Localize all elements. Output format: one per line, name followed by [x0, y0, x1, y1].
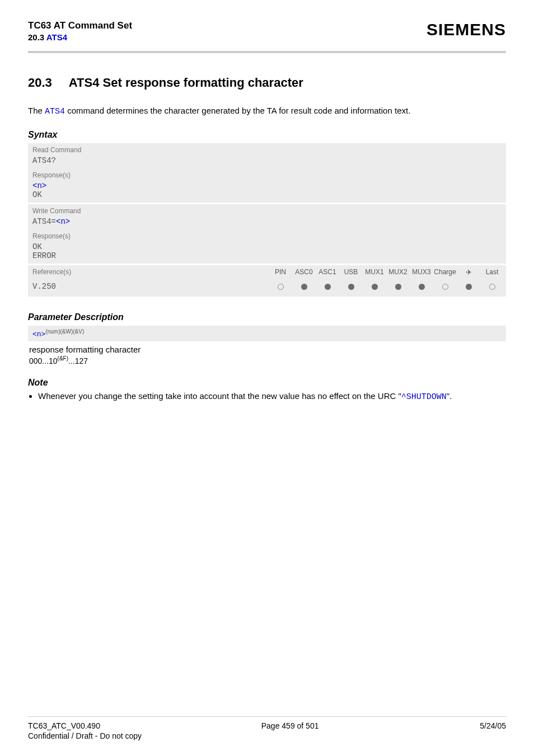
section-heading: 20.3ATS4 Set response formatting charact… [28, 76, 506, 90]
dot-airplane [466, 284, 472, 290]
read-command-code: ATS4? [28, 155, 506, 168]
col-pin: PIN [269, 268, 292, 276]
param-n-link[interactable]: <n> [32, 181, 46, 190]
col-asc0: ASC0 [292, 268, 316, 276]
section-link[interactable]: ATS4 [46, 32, 67, 42]
doc-section: 20.3 ATS4 [28, 32, 132, 42]
col-mux1: MUX1 [363, 268, 386, 276]
param-range: 000...10(&F)...127 [29, 355, 506, 365]
write-response-label: Response(s) [28, 229, 506, 241]
col-airplane: ✈ [457, 268, 480, 276]
param-tags: (num)(&W)(&V) [45, 328, 84, 335]
write-command-code: ATS4=<n> [28, 216, 506, 229]
header-left: TC63 AT Command Set 20.3 ATS4 [28, 20, 132, 42]
read-command-label: Read Command [28, 143, 506, 155]
section-number-prefix: 20.3 [28, 32, 46, 42]
dot-usb [348, 284, 354, 290]
header-divider [28, 51, 506, 53]
col-usb: USB [339, 268, 363, 276]
dot-charge [442, 284, 448, 290]
references-label: Reference(s) [28, 265, 266, 279]
dot-asc1 [325, 284, 331, 290]
footer-confidential: Confidential / Draft - Do not copy [28, 731, 506, 740]
footer-version: TC63_ATC_V00.490 [28, 721, 100, 730]
section-number: 20.3 [28, 76, 52, 90]
write-response-code: OK ERROR [28, 241, 506, 264]
brand-logo: SIEMENS [427, 20, 506, 39]
write-command-label: Write Command [28, 204, 506, 216]
reference-columns: PIN ASC0 ASC1 USB MUX1 MUX2 MUX3 Charge … [266, 265, 506, 279]
col-last: Last [480, 268, 504, 276]
note-list: Whenever you change the setting take int… [28, 391, 506, 402]
syntax-heading: Syntax [28, 130, 506, 140]
shutdown-urc-link[interactable]: ^SHUTDOWN [401, 392, 447, 402]
read-response-label: Response(s) [28, 168, 506, 180]
dot-mux1 [372, 284, 378, 290]
dot-mux3 [419, 284, 425, 290]
dot-asc0 [301, 284, 307, 290]
doc-title: TC63 AT Command Set [28, 20, 132, 31]
read-command-block: Read Command ATS4? Response(s) <n> OK [28, 143, 506, 203]
param-name[interactable]: <n> [32, 330, 45, 339]
col-mux3: MUX3 [410, 268, 433, 276]
write-command-block: Write Command ATS4=<n> Response(s) OK ER… [28, 204, 506, 264]
col-asc1: ASC1 [316, 268, 339, 276]
footer-page: Page 459 of 501 [261, 721, 319, 730]
page-header: TC63 AT Command Set 20.3 ATS4 SIEMENS [28, 20, 506, 48]
reference-dots [266, 279, 506, 297]
note-heading: Note [28, 378, 506, 388]
reference-block: Reference(s) PIN ASC0 ASC1 USB MUX1 MUX2… [28, 265, 506, 297]
page-footer: TC63_ATC_V00.490 Page 459 of 501 5/24/05… [28, 716, 506, 740]
col-mux2: MUX2 [386, 268, 410, 276]
dot-last [489, 284, 495, 290]
ats4-command-link[interactable]: ATS4 [45, 107, 65, 116]
parameter-heading: Parameter Description [28, 312, 506, 322]
parameter-box: <n>(num)(&W)(&V) [28, 326, 506, 341]
dot-mux2 [395, 284, 401, 290]
reference-value: V.250 [28, 279, 266, 297]
footer-divider [28, 716, 506, 717]
read-response-code: <n> OK [28, 180, 506, 203]
section-title-text: ATS4 Set response formatting character [69, 76, 303, 90]
param-n-link[interactable]: <n> [56, 217, 70, 226]
param-description: response formatting character [29, 345, 506, 354]
dot-pin [278, 284, 284, 290]
col-charge: Charge [433, 268, 457, 276]
airplane-icon: ✈ [466, 269, 472, 276]
intro-paragraph: The ATS4 command determines the characte… [28, 106, 506, 116]
note-item: Whenever you change the setting take int… [38, 391, 506, 402]
footer-date: 5/24/05 [480, 721, 506, 730]
